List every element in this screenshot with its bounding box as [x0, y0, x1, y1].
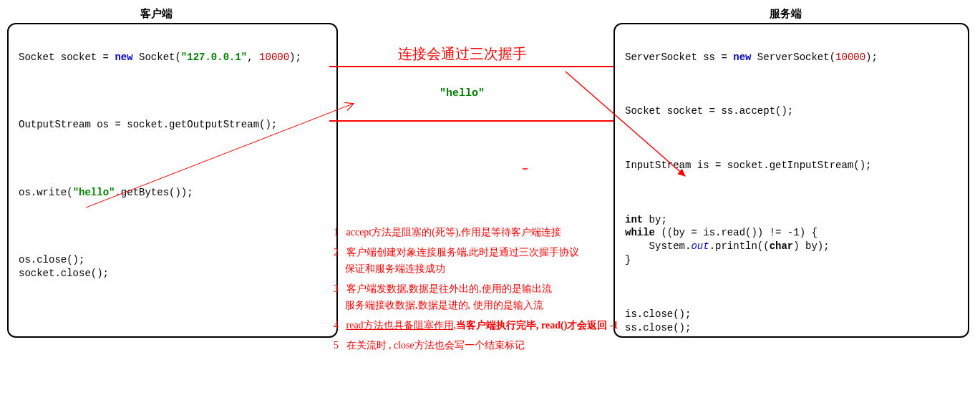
client-code: Socket socket = new Socket("127.0.0.1", … [19, 37, 326, 323]
client-line-3: os.write("hello".getBytes()); [19, 187, 193, 198]
server-line-7: } [625, 254, 631, 265]
note-2: 2 客户端创建对象连接服务端,此时是通过三次握手协议 保证和服务端连接成功 [334, 245, 620, 277]
note-4: 4 read方法也具备阻塞作用,当客户端执行完毕, read()才会返回 -1 [334, 318, 620, 333]
client-line-1: Socket socket = new Socket("127.0.0.1", … [19, 52, 301, 63]
note-1: 1 accept方法是阻塞的(死等),作用是等待客户端连接 [334, 225, 620, 240]
note-5: 5 在关流时 , close方法也会写一个结束标记 [334, 338, 620, 353]
server-code: ServerSocket ss = new ServerSocket(10000… [625, 37, 958, 323]
server-line-1: ServerSocket ss = new ServerSocket(10000… [625, 52, 878, 63]
client-line-4: os.close(); [19, 254, 84, 265]
client-line-5: socket.close(); [19, 268, 109, 279]
hello-message: "hello" [440, 87, 485, 99]
server-box: ServerSocket ss = new ServerSocket(10000… [613, 23, 969, 338]
server-line-5: while ((by = is.read()) != -1) { [625, 227, 818, 238]
handshake-label: 连接会通过三次握手 [398, 44, 527, 64]
server-line-3: InputStream is = socket.getInputStream()… [625, 160, 871, 171]
server-line-4: int by; [625, 214, 667, 225]
channel-bottom-line [329, 120, 613, 122]
client-line-2: OutputStream os = socket.getOutputStream… [19, 119, 277, 130]
notes-block: 1 accept方法是阻塞的(死等),作用是等待客户端连接 2 客户端创建对象连… [334, 225, 620, 358]
server-line-8: is.close(); [625, 308, 691, 320]
note-3: 3 客户端发数据,数据是往外出的,使用的是输出流 服务端接收数据,数据是进的, … [334, 281, 620, 313]
channel-top-line [329, 66, 613, 67]
server-line-6: System.out.println((char) by); [625, 240, 830, 252]
server-line-9: ss.close(); [625, 322, 691, 333]
server-line-2: Socket socket = ss.accept(); [625, 105, 793, 117]
client-title: 客户端 [140, 7, 173, 21]
server-title: 服务端 [770, 7, 802, 21]
client-box: Socket socket = new Socket("127.0.0.1", … [7, 23, 338, 338]
